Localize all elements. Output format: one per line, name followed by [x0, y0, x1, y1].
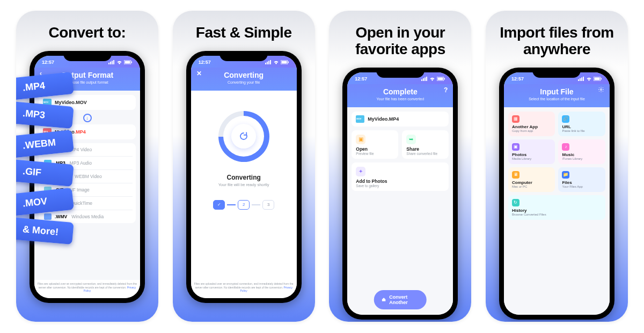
chip-webm: .WEBM — [16, 130, 74, 158]
gear-icon — [598, 86, 604, 93]
screen-header: Input File Select the location of the in… — [504, 84, 610, 107]
signal-icon — [421, 77, 428, 81]
svg-rect-1 — [110, 62, 111, 64]
tile-history[interactable]: ↻HistoryBrowse Converted Files — [508, 195, 605, 220]
statusbar-icons — [265, 60, 289, 64]
screen: 12:57 ✕ Converting Converting your file — [191, 56, 297, 298]
statusbar-time: 12:57 — [511, 76, 524, 82]
phone-frame: 12:57 ? Complete Your file has been conv… — [342, 68, 458, 320]
result-file-row[interactable]: MyVideo.MP4 — [352, 112, 449, 127]
step-indicator: ✓ 2 3 — [213, 200, 274, 210]
convert-another-button[interactable]: Convert Another — [374, 290, 427, 309]
svg-rect-8 — [267, 62, 268, 64]
screen-header: ✕ Converting Converting your file — [191, 68, 297, 91]
screen-body: Converting Your file will be ready short… — [191, 91, 297, 280]
chip-mov: .MOV — [16, 188, 74, 216]
svg-rect-0 — [108, 63, 109, 64]
svg-rect-13 — [288, 61, 289, 63]
header-title: Input File — [507, 87, 606, 96]
svg-rect-3 — [113, 60, 114, 64]
svg-rect-12 — [281, 61, 287, 63]
wifi-icon — [116, 60, 122, 64]
progress-ring — [218, 111, 269, 162]
link-icon: 🔗 — [562, 115, 569, 123]
svg-rect-19 — [438, 77, 443, 80]
action-grid: ▣ Open Preview file ➥ Share Share conver… — [352, 130, 449, 191]
notch — [376, 68, 425, 78]
header-sub: Converting your file — [194, 80, 294, 84]
chip-mp3: .MP3 — [16, 101, 74, 129]
notch — [219, 51, 268, 61]
notch — [63, 51, 112, 61]
share-action[interactable]: ➥ Share Share converted file — [402, 130, 449, 159]
spinner-area: Converting Your file will be ready short… — [195, 95, 292, 210]
open-icon: ▣ — [356, 135, 365, 144]
svg-rect-7 — [265, 63, 266, 64]
tile-url[interactable]: 🔗URLPaste link to file — [558, 112, 605, 136]
chip-mp4: .MP4 — [16, 72, 74, 100]
panel-convert-to: Convert to: .MP4 .MP3 .WEBM .GIF .MOV & … — [16, 11, 158, 322]
svg-point-28 — [600, 88, 602, 90]
tile-computer[interactable]: 🖥ComputerMac or PC — [508, 167, 555, 192]
svg-rect-20 — [444, 78, 445, 79]
home-icon — [382, 297, 386, 302]
svg-rect-10 — [270, 60, 271, 64]
panel-title: Import files from anywhere — [486, 25, 628, 58]
add-to-photos-action[interactable]: ✦ Add to Photos Save to gallery — [352, 162, 449, 191]
statusbar-time: 12:57 — [355, 76, 367, 82]
phone-frame: 12:57 ✕ Converting Converting your file — [186, 51, 302, 303]
source-tiles: ▦Another AppCopy from app 🔗URLPaste link… — [508, 112, 605, 220]
screen-body: MyVideo.MP4 ▣ Open Preview file ➥ Share … — [347, 107, 453, 315]
tile-another-app[interactable]: ▦Another AppCopy from app — [508, 112, 555, 136]
signal-icon — [108, 60, 115, 64]
header-sub: Select the location of the input file — [507, 97, 606, 101]
svg-rect-2 — [112, 61, 113, 64]
battery-icon — [437, 77, 445, 81]
statusbar-icons — [578, 77, 602, 81]
svg-rect-27 — [601, 78, 602, 79]
svg-rect-26 — [594, 77, 599, 80]
svg-rect-23 — [581, 77, 582, 81]
settings-button[interactable] — [598, 86, 604, 93]
svg-rect-24 — [583, 77, 584, 81]
header-sub: Your file has been converted — [350, 97, 450, 101]
svg-rect-14 — [421, 79, 422, 81]
panel-complete: Open in your favorite apps 12:57 ? Compl… — [329, 11, 471, 322]
step-3: 3 — [262, 200, 274, 210]
svg-rect-21 — [578, 79, 579, 81]
header-title: Complete — [350, 87, 450, 96]
folder-icon: 📁 — [562, 171, 569, 179]
header-title: Converting — [194, 71, 294, 79]
signal-icon — [578, 77, 584, 81]
photo-icon: ▣ — [512, 143, 519, 151]
screen: 12:57 Input File Select the location of … — [504, 72, 610, 315]
step-line — [252, 204, 260, 205]
panel-title: Fast & Simple — [196, 25, 292, 41]
photos-icon: ✦ — [356, 167, 365, 176]
converting-label: Converting — [226, 174, 260, 181]
tile-music[interactable]: ♪MusiciTunes Library — [558, 139, 605, 164]
panel-title: Convert to: — [49, 25, 126, 41]
computer-icon: 🖥 — [512, 171, 519, 179]
history-icon: ↻ — [512, 199, 519, 206]
svg-rect-5 — [125, 61, 130, 63]
phone-frame: 12:57 Input File Select the location of … — [499, 68, 614, 320]
footer-note: Files are uploaded over an encrypted con… — [34, 280, 140, 298]
open-action[interactable]: ▣ Open Preview file — [352, 130, 398, 159]
result-filename: MyVideo.MP4 — [368, 116, 399, 122]
signal-icon — [265, 60, 272, 64]
screen: 12:57 ? Complete Your file has been conv… — [347, 72, 453, 315]
svg-rect-16 — [425, 77, 426, 81]
tile-files[interactable]: 📁FilesYour Files App — [558, 167, 605, 192]
close-button[interactable]: ✕ — [196, 70, 202, 77]
panel-title: Open in your favorite apps — [329, 25, 471, 58]
help-button[interactable]: ? — [444, 86, 448, 94]
screen-body: ▦Another AppCopy from app 🔗URLPaste link… — [504, 107, 610, 315]
apps-icon: ▦ — [512, 115, 519, 123]
share-icon: ➥ — [406, 135, 416, 144]
sync-icon — [231, 124, 256, 149]
wifi-icon — [429, 77, 435, 81]
tile-photos[interactable]: ▣PhotosMedia Library — [508, 139, 555, 164]
statusbar-icons — [108, 60, 133, 64]
arrow-down-icon: ↓ — [83, 114, 92, 122]
